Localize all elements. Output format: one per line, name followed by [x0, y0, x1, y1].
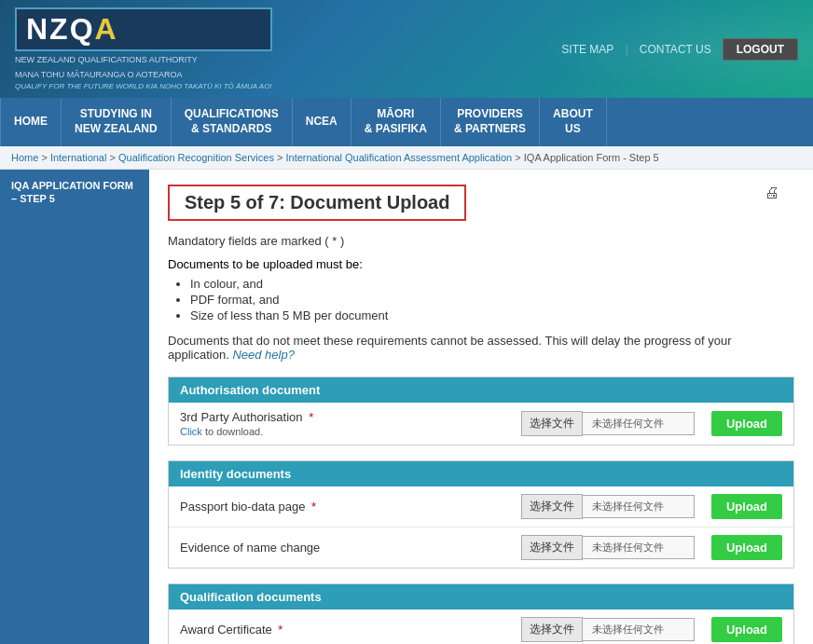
choose-file-award[interactable]: 选择文件 — [521, 617, 583, 642]
upload-label-passport: Passport bio-data page * — [180, 500, 512, 514]
org-name-maori: MANA TOHU MĀTAURANGA O AOTEAROA — [15, 69, 272, 81]
upload-button-passport[interactable]: Upload — [711, 494, 782, 519]
nav-studying[interactable]: STUDYING INNEW ZEALAND — [62, 98, 172, 145]
upload-row-passport: Passport bio-data page * 选择文件 未选择任何文件 Up… — [169, 486, 793, 528]
file-input-award: 选择文件 未选择任何文件 — [521, 617, 695, 642]
upload-label-award: Award Certificate * — [180, 623, 512, 637]
nav-about[interactable]: ABOUTUS — [540, 98, 607, 145]
nav-ncea[interactable]: NCEA — [293, 98, 351, 145]
nav-qualifications[interactable]: QUALIFICATIONS& STANDARDS — [172, 98, 293, 145]
choose-file-name-change[interactable]: 选择文件 — [521, 535, 583, 560]
org-name: NEW ZEALAND QUALIFICATIONS AUTHORITY — [15, 54, 272, 66]
section-qualification-header: Qualification documents — [169, 584, 793, 610]
file-name-award: 未选择任何文件 — [583, 618, 695, 641]
download-link[interactable]: Click — [180, 426, 202, 437]
download-hint: Click to download. — [180, 426, 512, 437]
upload-label-name-change: Evidence of name change — [180, 541, 512, 555]
logout-button[interactable]: LOGOUT — [723, 38, 798, 61]
tagline: QUALIFY FOR THE FUTURE WORLD KIA NOHO TA… — [15, 82, 272, 90]
section-authorisation: Authorisation document 3rd Party Authori… — [168, 377, 794, 445]
nav-home[interactable]: HOME — [0, 98, 62, 145]
choose-file-3rd-party[interactable]: 选择文件 — [521, 411, 583, 436]
req-pdf: PDF format, and — [190, 293, 794, 307]
section-identity: Identity documents Passport bio-data pag… — [168, 460, 794, 569]
sidebar-title: IQA APPLICATION FORM – STEP 5 — [0, 170, 149, 215]
sitemap-link[interactable]: SITE MAP — [561, 43, 613, 56]
file-input-name-change: 选择文件 未选择任何文件 — [521, 535, 695, 560]
upload-button-3rd-party[interactable]: Upload — [711, 411, 782, 436]
breadcrumb: Home > International > Qualification Rec… — [0, 146, 813, 170]
logo-area: NZQA NEW ZEALAND QUALIFICATIONS AUTHORIT… — [15, 7, 272, 90]
mandatory-note: Mandatory fields are marked ( * ) — [168, 234, 794, 248]
doc-requirements: Documents to be uploaded must be: In col… — [168, 257, 794, 322]
file-name-3rd-party: 未选择任何文件 — [583, 412, 695, 435]
file-input-3rd-party: 选择文件 未选择任何文件 — [521, 411, 695, 436]
upload-label-3rd-party: 3rd Party Authorisation * Click to downl… — [180, 410, 512, 437]
section-authorisation-header: Authorisation document — [169, 377, 793, 403]
upload-button-name-change[interactable]: Upload — [711, 535, 782, 560]
top-nav-right: SITE MAP | CONTACT US LOGOUT — [561, 38, 798, 61]
left-sidebar: IQA APPLICATION FORM – STEP 5 — [0, 170, 149, 644]
breadcrumb-home[interactable]: Home — [11, 152, 38, 163]
upload-row-name-change: Evidence of name change 选择文件 未选择任何文件 Upl… — [169, 528, 793, 568]
top-header: NZQA NEW ZEALAND QUALIFICATIONS AUTHORIT… — [0, 0, 813, 98]
step-heading: Step 5 of 7: Document Upload — [168, 185, 466, 221]
file-input-passport: 选择文件 未选择任何文件 — [521, 494, 695, 519]
req-colour: In colour, and — [190, 277, 794, 291]
main-nav: HOME STUDYING INNEW ZEALAND QUALIFICATIO… — [0, 98, 813, 145]
upload-row-award: Award Certificate * 选择文件 未选择任何文件 Upload — [169, 610, 793, 644]
upload-row-3rd-party: 3rd Party Authorisation * Click to downl… — [169, 403, 793, 445]
file-name-passport: 未选择任何文件 — [583, 495, 695, 518]
breadcrumb-international[interactable]: International — [50, 152, 107, 163]
nav-maori[interactable]: MĀORI& PASIFIKA — [351, 98, 441, 145]
req-size: Size of less than 5 MB per document — [190, 308, 794, 322]
upload-button-award[interactable]: Upload — [711, 617, 782, 642]
breadcrumb-qrs[interactable]: Qualification Recognition Services — [118, 152, 274, 163]
nav-providers[interactable]: PROVIDERS& PARTNERS — [441, 98, 540, 145]
content-layout: IQA APPLICATION FORM – STEP 5 🖨 Step 5 o… — [0, 170, 813, 644]
breadcrumb-current: IQA Application Form - Step 5 — [524, 152, 659, 163]
breadcrumb-iqa-app[interactable]: International Qualification Assessment A… — [285, 152, 512, 163]
print-icon[interactable]: 🖨 — [765, 185, 779, 201]
section-qualification: Qualification documents Award Certificat… — [168, 583, 794, 644]
requirements-intro: Documents to be uploaded must be: — [168, 257, 794, 271]
file-name-name-change: 未选择任何文件 — [583, 536, 695, 559]
choose-file-passport[interactable]: 选择文件 — [521, 494, 583, 519]
need-help-link[interactable]: Need help? — [232, 348, 295, 362]
logo: NZQA — [15, 7, 272, 51]
main-content: 🖨 Step 5 of 7: Document Upload Mandatory… — [149, 170, 813, 644]
main-content-wrapper: 🖨 Step 5 of 7: Document Upload Mandatory… — [168, 185, 794, 644]
doc-warning: Documents that do not meet these require… — [168, 334, 794, 362]
contact-link[interactable]: CONTACT US — [640, 43, 711, 56]
requirements-list: In colour, and PDF format, and Size of l… — [190, 277, 794, 322]
section-identity-header: Identity documents — [169, 461, 793, 486]
